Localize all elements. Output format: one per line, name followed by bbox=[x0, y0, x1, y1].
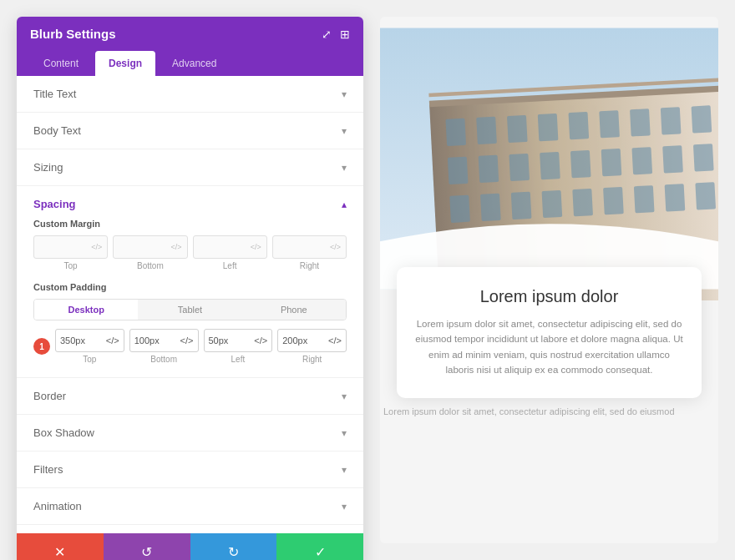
link-icon: </> bbox=[91, 243, 102, 251]
margin-bottom-group: </> Bottom bbox=[113, 235, 187, 270]
padding-bottom-input[interactable]: 100px </> bbox=[129, 329, 199, 352]
svg-rect-25 bbox=[603, 187, 624, 214]
tab-advanced[interactable]: Advanced bbox=[159, 51, 230, 76]
padding-left-label: Left bbox=[231, 355, 246, 364]
preview-card-title: Lorem ipsum dolor bbox=[413, 287, 685, 306]
svg-rect-20 bbox=[449, 195, 470, 223]
chevron-icon: ▾ bbox=[342, 464, 347, 476]
preview-card: Lorem ipsum dolor Lorem ipsum dolor sit … bbox=[397, 267, 702, 398]
svg-rect-26 bbox=[634, 185, 655, 213]
custom-padding-label: Custom Padding bbox=[33, 282, 347, 292]
svg-rect-4 bbox=[507, 115, 528, 143]
svg-rect-17 bbox=[631, 147, 652, 174]
link-icon: </> bbox=[180, 335, 194, 346]
svg-rect-18 bbox=[662, 145, 683, 173]
chevron-icon: ▾ bbox=[342, 391, 347, 402]
chevron-icon: ▾ bbox=[342, 427, 347, 439]
tab-content[interactable]: Content bbox=[30, 51, 92, 76]
panel-header-icons: ⤢ ⊞ bbox=[322, 28, 350, 41]
cancel-button[interactable]: ✕ bbox=[17, 533, 104, 560]
device-tab-desktop[interactable]: Desktop bbox=[34, 300, 138, 320]
spacing-header[interactable]: Spacing ▴ bbox=[33, 186, 347, 219]
link-icon: </> bbox=[106, 335, 119, 346]
svg-rect-6 bbox=[568, 112, 589, 139]
svg-rect-13 bbox=[509, 154, 530, 181]
section-label-animation: Animation bbox=[33, 500, 82, 512]
svg-rect-24 bbox=[572, 189, 593, 216]
svg-rect-8 bbox=[630, 108, 651, 136]
redo-button[interactable]: ↻ bbox=[190, 533, 277, 560]
svg-rect-16 bbox=[601, 149, 622, 176]
columns-icon[interactable]: ⊞ bbox=[340, 28, 350, 41]
panel-body: Title Text ▾ Body Text ▾ Sizing ▾ Spacin… bbox=[17, 76, 363, 533]
padding-left-value: 50px bbox=[209, 335, 229, 346]
custom-padding-group: Custom Padding Desktop Tablet Phone 1 35… bbox=[33, 282, 347, 364]
expand-icon[interactable]: ⤢ bbox=[322, 28, 332, 41]
error-badge: 1 bbox=[33, 338, 50, 355]
svg-rect-3 bbox=[476, 117, 497, 144]
section-box-shadow[interactable]: Box Shadow ▾ bbox=[17, 415, 363, 452]
svg-rect-14 bbox=[540, 152, 560, 179]
tab-design[interactable]: Design bbox=[95, 51, 155, 76]
section-label-body-text: Body Text bbox=[33, 124, 81, 137]
svg-rect-5 bbox=[538, 114, 559, 141]
svg-rect-28 bbox=[695, 182, 716, 209]
padding-right-value: 200px bbox=[282, 335, 307, 346]
margin-inputs: </> Top </> Bottom </> bbox=[33, 235, 347, 270]
bottom-preview-text: Lorem ipsum dolor sit amet, consectetur … bbox=[383, 406, 675, 416]
section-border[interactable]: Border ▾ bbox=[17, 378, 363, 415]
settings-panel: Blurb Settings ⤢ ⊞ Content Design Advanc… bbox=[17, 17, 363, 560]
padding-right-input[interactable]: 200px </> bbox=[277, 329, 347, 352]
chevron-icon: ▾ bbox=[342, 162, 347, 174]
preview-area: Lorem ipsum dolor Lorem ipsum dolor sit … bbox=[380, 17, 718, 543]
padding-left-group: 50px </> Left bbox=[204, 329, 273, 364]
device-tabs: Desktop Tablet Phone bbox=[33, 299, 347, 320]
padding-right-group: 200px </> Right bbox=[277, 329, 347, 364]
device-tab-phone[interactable]: Phone bbox=[242, 300, 346, 320]
device-tab-tablet[interactable]: Tablet bbox=[138, 300, 241, 320]
preview-building-image bbox=[380, 17, 718, 300]
padding-top-input[interactable]: 350px </> bbox=[55, 329, 124, 352]
margin-right-group: </> Right bbox=[272, 235, 347, 270]
section-label-filters: Filters bbox=[33, 463, 63, 476]
custom-margin-group: Custom Margin </> Top </> bbox=[33, 219, 347, 270]
margin-top-label: Top bbox=[64, 261, 78, 270]
svg-rect-11 bbox=[448, 157, 469, 184]
preview-card-text: Lorem ipsum dolor sit amet, consectetur … bbox=[413, 316, 685, 378]
section-title-text[interactable]: Title Text ▾ bbox=[17, 76, 363, 113]
section-animation[interactable]: Animation ▾ bbox=[17, 488, 363, 525]
margin-bottom-input[interactable]: </> bbox=[113, 235, 187, 259]
svg-rect-10 bbox=[692, 105, 712, 133]
spacing-section: Spacing ▴ Custom Margin </> Top bbox=[17, 186, 363, 378]
section-label-box-shadow: Box Shadow bbox=[33, 426, 94, 439]
padding-top-group: 350px </> Top bbox=[55, 329, 124, 364]
section-filters[interactable]: Filters ▾ bbox=[17, 452, 363, 488]
chevron-up-icon: ▴ bbox=[342, 199, 347, 210]
padding-top-label: Top bbox=[83, 355, 96, 364]
padding-inputs: 350px </> Top 100px </> Bottom bbox=[55, 329, 347, 364]
padding-top-value: 350px bbox=[60, 335, 85, 346]
svg-rect-21 bbox=[480, 194, 501, 221]
margin-bottom-label: Bottom bbox=[137, 261, 164, 270]
link-icon: </> bbox=[254, 335, 267, 346]
svg-rect-19 bbox=[693, 144, 714, 171]
margin-left-input[interactable]: </> bbox=[193, 235, 267, 259]
padding-left-input[interactable]: 50px </> bbox=[204, 329, 273, 352]
margin-right-input[interactable]: </> bbox=[272, 235, 347, 259]
undo-button[interactable]: ↺ bbox=[104, 533, 190, 560]
section-body-text[interactable]: Body Text ▾ bbox=[17, 113, 363, 149]
section-sizing[interactable]: Sizing ▾ bbox=[17, 149, 363, 186]
margin-left-label: Left bbox=[223, 261, 237, 270]
margin-top-input[interactable]: </> bbox=[33, 235, 108, 259]
save-button[interactable]: ✓ bbox=[276, 533, 363, 560]
bottom-buttons: ✕ ↺ ↻ ✓ bbox=[17, 533, 363, 560]
padding-right-label: Right bbox=[302, 355, 322, 364]
svg-rect-9 bbox=[661, 107, 682, 134]
link-icon: </> bbox=[251, 243, 261, 251]
svg-rect-2 bbox=[445, 119, 466, 146]
spacing-title: Spacing bbox=[33, 198, 76, 210]
panel-tabs: Content Design Advanced bbox=[17, 51, 363, 76]
margin-top-group: </> Top bbox=[33, 235, 108, 270]
link-icon: </> bbox=[328, 335, 342, 346]
padding-bottom-value: 100px bbox=[134, 335, 160, 346]
